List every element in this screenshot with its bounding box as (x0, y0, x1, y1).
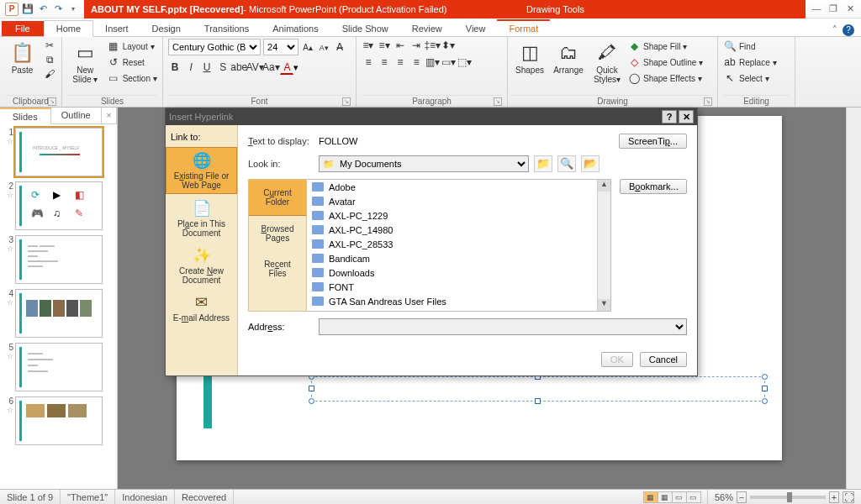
file-item[interactable]: AXL-PC_1229 (307, 208, 610, 223)
minimize-icon[interactable]: — (811, 3, 822, 14)
save-icon[interactable]: 💾 (22, 3, 34, 15)
dialog-close-icon[interactable]: ✕ (679, 110, 694, 123)
linkto-place[interactable]: 📄Place in This Document (166, 196, 237, 241)
slide-thumb-6[interactable] (15, 396, 103, 445)
tab-animations[interactable]: Animations (261, 21, 330, 36)
copy-icon[interactable]: ⧉ (43, 53, 56, 66)
dialog-help-icon[interactable]: ? (662, 110, 677, 123)
zoom-slider[interactable] (750, 496, 826, 499)
cat-current-folder[interactable]: CurrentFolder (249, 180, 306, 216)
paste-button[interactable]: 📋Paste (5, 39, 40, 75)
select-button[interactable]: ↖Select ▾ (723, 71, 777, 86)
font-color-icon[interactable]: A (280, 61, 293, 75)
view-normal-icon[interactable]: ▦ (643, 491, 658, 503)
resize-handle[interactable] (762, 386, 768, 391)
restore-icon[interactable]: ❐ (827, 3, 839, 14)
redo-icon[interactable]: ↷ (52, 3, 64, 15)
clipboard-dialog-launcher[interactable]: ↘ (48, 97, 56, 106)
help-icon[interactable]: ? (843, 24, 854, 36)
spacing-icon[interactable]: AV▾ (248, 60, 261, 74)
tab-design[interactable]: Design (140, 21, 193, 36)
font-dialog-launcher[interactable]: ↘ (342, 97, 351, 106)
bold-icon[interactable]: B (168, 60, 182, 74)
arrange-button[interactable]: 🗂Arrange (550, 39, 587, 75)
shapes-button[interactable]: ◫Shapes (513, 39, 547, 75)
cat-recent-files[interactable]: RecentFiles (249, 251, 306, 286)
slide-thumb-4[interactable] (15, 289, 103, 338)
case-icon[interactable]: Aa▾ (264, 60, 277, 74)
format-painter-icon[interactable]: 🖌 (43, 67, 56, 81)
tab-format[interactable]: Format (497, 19, 550, 36)
strike-icon[interactable]: S (216, 60, 230, 74)
tab-review[interactable]: Review (400, 21, 454, 36)
file-item[interactable]: Avatar (307, 194, 610, 208)
browse-file-icon[interactable]: 📂 (581, 155, 600, 172)
file-item[interactable]: Adobe (307, 180, 610, 194)
slide-thumb-5[interactable]: ▬▬▬▬▬▬▬▬▬▬▬▬▬▬ (15, 343, 103, 391)
indent-inc-icon[interactable]: ⇥ (409, 39, 423, 52)
quick-styles-button[interactable]: 🖍QuickStyles▾ (590, 39, 624, 84)
shape-outline-button[interactable]: ◇Shape Outline ▾ (627, 55, 703, 70)
linkto-create[interactable]: ✨Create New Document (166, 243, 237, 288)
filelist-scrollbar[interactable]: ▲▼ (597, 180, 610, 311)
minimize-ribbon-icon[interactable]: ˄ (832, 24, 837, 36)
close-icon[interactable]: ✕ (844, 3, 856, 14)
screentip-button[interactable]: ScreenTip... (619, 134, 687, 149)
smartart-icon[interactable]: ⬚▾ (457, 55, 471, 69)
zoom-in-icon[interactable]: + (829, 491, 839, 503)
view-reading-icon[interactable]: ▭ (672, 491, 687, 503)
paragraph-dialog-launcher[interactable]: ↘ (494, 97, 502, 106)
align-text-icon[interactable]: ▭▾ (441, 55, 455, 69)
shadow-icon[interactable]: abe (232, 60, 246, 74)
bullets-icon[interactable]: ≡▾ (362, 39, 375, 52)
shrink-font-icon[interactable]: A▾ (317, 41, 330, 55)
replace-button[interactable]: abReplace ▾ (723, 55, 777, 70)
new-slide-button[interactable]: ▭NewSlide ▾ (67, 39, 103, 84)
slide-thumb-3[interactable]: ▬▬ ▬▬▬▬▬▬▬▬▬▬▬▬▬▬▬▬▬▬ (15, 235, 103, 284)
clear-format-icon[interactable]: A̶ (333, 40, 346, 54)
resize-handle[interactable] (535, 398, 541, 404)
resize-handle[interactable] (762, 374, 768, 380)
view-sorter-icon[interactable]: ▦ (658, 491, 673, 503)
align-right-icon[interactable]: ≡ (394, 55, 407, 69)
align-center-icon[interactable]: ≡ (378, 55, 391, 69)
dialog-titlebar[interactable]: Insert Hyperlink ? ✕ (166, 108, 697, 125)
file-item[interactable]: FONT (307, 280, 610, 294)
textbox-selection[interactable] (311, 376, 765, 402)
up-folder-icon[interactable]: 📁 (534, 155, 552, 172)
address-select[interactable] (319, 318, 687, 335)
justify-icon[interactable]: ≡ (409, 55, 423, 69)
zoom-out-icon[interactable]: − (737, 491, 747, 503)
view-slideshow-icon[interactable]: ▭ (686, 491, 701, 503)
cancel-button[interactable]: Cancel (640, 352, 687, 367)
grow-font-icon[interactable]: A▴ (301, 41, 314, 55)
linkto-existing[interactable]: 🌐Existing File or Web Page (166, 147, 237, 194)
italic-icon[interactable]: I (184, 60, 198, 74)
tab-transitions[interactable]: Transitions (193, 21, 261, 36)
tab-slideshow[interactable]: Slide Show (330, 21, 400, 36)
text-display-value[interactable]: FOLLOW (319, 136, 357, 146)
reset-button[interactable]: ↺Reset (107, 55, 157, 70)
linkto-email[interactable]: ✉E-mail Address (166, 290, 237, 326)
text-direction-icon[interactable]: ⬍▾ (441, 39, 455, 52)
shape-fill-button[interactable]: ◆Shape Fill ▾ (627, 39, 703, 54)
font-size-select[interactable]: 24 (263, 39, 298, 55)
line-spacing-icon[interactable]: ‡≡▾ (425, 39, 439, 52)
tab-insert[interactable]: Insert (93, 21, 140, 36)
resize-handle[interactable] (762, 398, 768, 404)
bookmark-button[interactable]: Bookmark... (620, 179, 687, 194)
browse-web-icon[interactable]: 🔍 (557, 155, 576, 172)
align-left-icon[interactable]: ≡ (362, 55, 375, 69)
tab-slides-panel[interactable]: Slides (0, 108, 51, 124)
panel-close-icon[interactable]: × (102, 108, 117, 123)
tab-file[interactable]: File (2, 21, 44, 36)
file-item[interactable]: kwu (307, 308, 610, 312)
find-button[interactable]: 🔍Find (723, 39, 777, 54)
tab-view[interactable]: View (454, 21, 498, 36)
section-button[interactable]: ▭Section ▾ (107, 71, 157, 86)
numbering-icon[interactable]: ≡▾ (378, 39, 391, 52)
slide-thumb-1[interactable]: INTRODUCE _ MYSELF (15, 128, 103, 176)
status-language[interactable]: Indonesian (115, 490, 175, 504)
columns-icon[interactable]: ▥▾ (425, 55, 439, 69)
file-item[interactable]: AXL-PC_14980 (307, 223, 610, 237)
